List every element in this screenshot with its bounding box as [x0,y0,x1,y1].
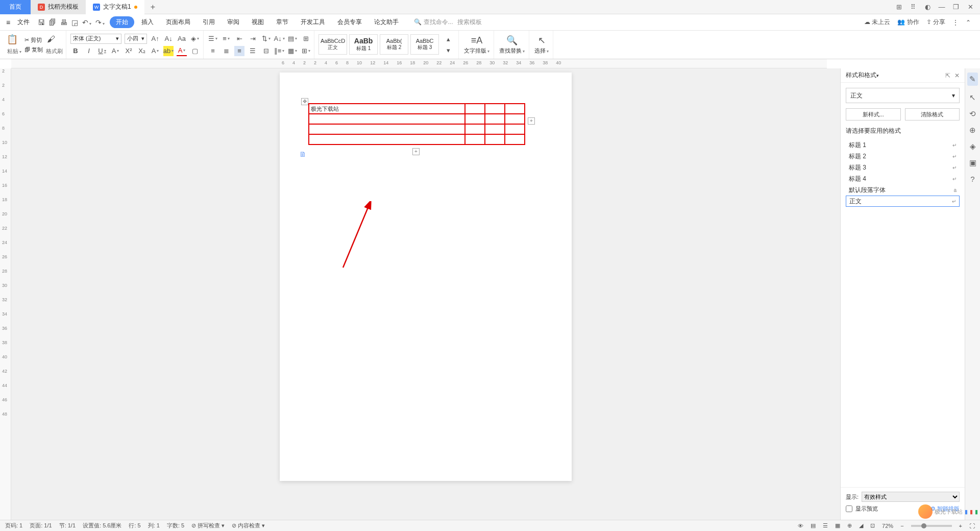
cut-button[interactable]: ✂ 剪切 [24,36,43,44]
table-cell[interactable] [465,104,485,114]
linked-icon[interactable]: ⟲ [969,109,976,118]
font-name-select[interactable]: 宋体 (正文)▾ [70,34,121,44]
tab-template[interactable]: D 找稻壳模板 [31,0,86,14]
table-cell[interactable] [485,124,505,134]
copy-button[interactable]: 🗐 复制 [24,46,43,54]
status-content-check[interactable]: ⊘内容检查 ▾ [232,522,265,529]
paste-label[interactable]: 粘贴 [7,47,21,55]
view-outline-icon[interactable]: ☰ [823,522,828,529]
border-box-icon[interactable]: ▢ [190,46,200,56]
numbering-icon[interactable]: ≡ [221,34,231,44]
style-h3[interactable]: AaBbC标题 3 [410,34,439,55]
menu-dev-tools[interactable]: 开发工具 [296,18,330,27]
table-cell[interactable] [485,114,505,124]
menu-thesis[interactable]: 论文助手 [369,18,404,27]
change-case-icon[interactable]: Aa [177,34,187,44]
superscript-icon[interactable]: X² [124,46,134,56]
shading-icon[interactable]: ▤ [287,34,298,44]
cloud-status[interactable]: ☁ 未上云 [864,18,890,27]
menu-chapter[interactable]: 章节 [271,18,293,27]
redo-icon[interactable]: ↷ [95,18,105,27]
table-cell[interactable] [505,134,525,144]
table-cell[interactable] [505,124,525,134]
collab-button[interactable]: 👥 协作 [897,18,919,27]
new-tab-button[interactable]: + [144,3,161,12]
palette-icon[interactable]: ⊕ [969,126,976,135]
bold-icon[interactable]: B [70,46,81,56]
asian-layout-icon[interactable]: ⇅ [261,34,271,44]
clear-format-button[interactable]: 清除格式 [905,108,960,120]
table-cell[interactable] [485,134,505,144]
zoom-value[interactable]: 72% [882,523,893,529]
table-cell[interactable] [465,114,485,124]
collapse-ribbon-icon[interactable]: ⌃ [966,19,971,26]
user-icon[interactable]: ◐ [923,3,932,11]
pin-icon[interactable]: ⇱ [945,72,950,79]
table-row[interactable] [309,134,525,144]
search-command[interactable]: 🔍 查找命令... [414,18,453,27]
status-eye-icon[interactable]: 👁 [798,523,803,529]
style-list-item[interactable]: 标题 4↵ [846,173,960,184]
panel-close-icon[interactable]: ✕ [954,72,960,79]
location-icon[interactable]: ◈ [970,142,976,151]
status-section[interactable]: 节: 1/1 [59,522,76,529]
table-cell[interactable] [309,134,465,144]
styles-more-down-icon[interactable]: ▾ [443,45,453,56]
display-filter-select[interactable]: 有效样式 [862,492,960,502]
view-web-icon[interactable]: ▦ [835,522,840,529]
layout-icon[interactable]: ⊞ [894,3,903,11]
menu-review[interactable]: 审阅 [222,18,244,27]
align-justify-icon[interactable]: ☰ [248,46,258,56]
help-icon[interactable]: ? [970,175,974,183]
comment-icon[interactable]: ▣ [969,158,976,167]
minimize-icon[interactable]: — [937,3,946,11]
style-h1[interactable]: AaBb标题 1 [349,34,378,55]
style-list-item[interactable]: 标题 1↵ [846,139,960,151]
style-list-item[interactable]: 标题 2↵ [846,151,960,162]
decrease-indent-icon[interactable]: ⇤ [234,34,244,44]
bullets-icon[interactable]: ☰ [208,34,218,44]
file-menu[interactable]: 文件 [14,18,33,27]
menu-page-layout[interactable]: 页面布局 [161,18,195,27]
status-page-of[interactable]: 页面: 1/1 [30,522,52,529]
table-cell[interactable] [465,134,485,144]
subscript-icon[interactable]: X₂ [137,46,147,56]
zoom-in-icon[interactable]: + [959,523,962,529]
fullscreen-icon[interactable]: ⛶ [969,523,975,529]
strike-icon[interactable]: A [110,46,120,56]
table-cell[interactable] [485,104,505,114]
borders-icon[interactable]: ⊞ [301,46,311,56]
save-icon[interactable]: 🖫 [38,18,45,27]
hamburger-icon[interactable]: ≡ [4,18,12,27]
preview-icon[interactable]: ◲ [71,18,78,27]
table-add-row-handle[interactable]: + [412,148,420,155]
text-layout-button[interactable]: ≡A 文字排版 [460,31,494,59]
format-painter-label[interactable]: 格式刷 [46,47,63,55]
table-cell[interactable] [309,114,465,124]
para-shading-icon[interactable]: ▦ [287,46,298,56]
table-row[interactable] [309,114,525,124]
select-button[interactable]: ↖ 选择 [530,31,553,59]
current-style-select[interactable]: 正文▾ [846,88,960,103]
table-cell[interactable] [309,124,465,134]
status-spellcheck[interactable]: ⊘拼写检查 ▾ [191,522,225,529]
italic-icon[interactable]: I [84,46,94,56]
view-page-icon[interactable]: ▤ [811,522,816,529]
search-template[interactable]: 搜索模板 [457,18,482,27]
styles-more-up-icon[interactable]: ▴ [443,34,453,44]
decrease-font-icon[interactable]: A↓ [163,34,174,44]
align-left-icon[interactable]: ≡ [208,46,218,56]
view-focus-icon[interactable]: ◢ [859,522,863,529]
text-effect-icon[interactable]: A [150,46,160,56]
more-icon[interactable]: ⋮ [952,19,959,26]
cursor-icon[interactable]: ↖ [969,93,976,102]
underline-icon[interactable]: U [97,46,107,56]
table-add-col-handle[interactable]: + [528,117,535,125]
table-row[interactable] [309,124,525,134]
table-row[interactable]: 极光下载站 [309,104,525,114]
maximize-icon[interactable]: ❐ [951,3,961,11]
status-col[interactable]: 列: 1 [148,522,160,529]
increase-font-icon[interactable]: A↑ [150,34,160,44]
para-toolbox-icon[interactable]: ⊞ [301,34,311,44]
table-cell[interactable] [505,114,525,124]
